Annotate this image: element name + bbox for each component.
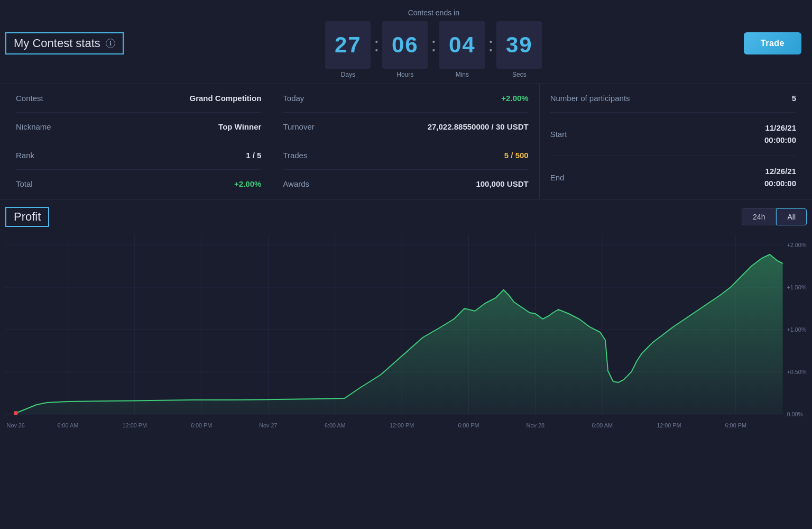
stats-row-trades: Trades 5 / 500 — [283, 141, 528, 170]
stats-row-today: Today +2.00% — [283, 84, 528, 113]
stats-row-awards: Awards 100,000 USDT — [283, 170, 528, 198]
countdown-days-label: Days — [341, 71, 355, 78]
countdown-secs: 39 Secs — [496, 21, 542, 78]
trades-label: Trades — [283, 151, 307, 160]
stats-row-turnover: Turnover 27,022.88550000 / 30 USDT — [283, 113, 528, 141]
profit-chart: +2.00% +1.50% +1.00% +0.50% 0.00% Nov 26… — [5, 234, 807, 435]
stats-row-rank: Rank 1 / 5 — [16, 141, 261, 170]
participants-label: Number of participants — [550, 94, 630, 103]
rank-label: Rank — [16, 151, 34, 160]
profit-title-box: Profit — [5, 207, 49, 227]
header: My Contest stats ℹ Contest ends in 27 Da… — [0, 0, 812, 84]
total-label: Total — [16, 179, 33, 188]
stats-section: Contest Grand Competition Nickname Top W… — [0, 84, 812, 199]
svg-text:+0.50%: +0.50% — [787, 369, 806, 375]
svg-text:+2.00%: +2.00% — [787, 242, 806, 248]
countdown: 27 Days : 06 Hours : 04 Mins : 39 Secs — [325, 21, 542, 78]
svg-text:Nov 27: Nov 27 — [259, 422, 277, 428]
today-value: +2.00% — [501, 94, 528, 103]
stats-col-2: Today +2.00% Turnover 27,022.88550000 / … — [272, 84, 539, 199]
svg-text:12:00 PM: 12:00 PM — [123, 422, 147, 428]
sep-3: : — [488, 34, 493, 56]
24h-button[interactable]: 24h — [742, 208, 776, 225]
chart-svg: +2.00% +1.50% +1.00% +0.50% 0.00% Nov 26… — [5, 234, 807, 435]
sep-1: : — [374, 34, 379, 56]
sep-2: : — [431, 34, 436, 56]
svg-text:Nov 28: Nov 28 — [527, 422, 545, 428]
nickname-label: Nickname — [16, 122, 51, 131]
contest-label: Contest — [16, 94, 43, 103]
info-icon[interactable]: ℹ — [106, 39, 115, 48]
svg-text:6:00 AM: 6:00 AM — [325, 422, 346, 428]
profit-title: Profit — [14, 210, 41, 223]
countdown-section: Contest ends in 27 Days : 06 Hours : 04 … — [325, 8, 542, 78]
page-title-box: My Contest stats ℹ — [5, 32, 124, 54]
nickname-value: Top Winner — [218, 122, 261, 131]
countdown-hours-label: Hours — [396, 71, 413, 78]
rank-value: 1 / 5 — [246, 151, 261, 160]
svg-text:6:00 PM: 6:00 PM — [725, 422, 746, 428]
page-title: My Contest stats — [14, 37, 100, 50]
svg-text:+1.00%: +1.00% — [787, 326, 806, 333]
stats-row-total: Total +2.00% — [16, 170, 261, 198]
countdown-secs-label: Secs — [512, 71, 527, 78]
svg-text:6:00 AM: 6:00 AM — [592, 422, 613, 428]
svg-text:6:00 PM: 6:00 PM — [458, 422, 479, 428]
svg-text:6:00 AM: 6:00 AM — [58, 422, 79, 428]
countdown-days: 27 Days — [325, 21, 371, 78]
countdown-hours: 06 Hours — [382, 21, 428, 78]
countdown-secs-value: 39 — [496, 21, 542, 69]
countdown-mins-label: Mins — [456, 71, 469, 78]
svg-text:12:00 PM: 12:00 PM — [657, 422, 681, 428]
svg-text:Nov 26: Nov 26 — [7, 422, 25, 428]
time-buttons: 24h All — [742, 208, 807, 225]
stats-col-1: Contest Grand Competition Nickname Top W… — [5, 84, 272, 199]
trades-value: 5 / 500 — [504, 151, 529, 160]
contest-value: Grand Competition — [190, 94, 262, 103]
turnover-label: Turnover — [283, 122, 314, 131]
total-value: +2.00% — [234, 179, 261, 188]
all-button[interactable]: All — [776, 208, 807, 225]
countdown-mins-value: 04 — [439, 21, 485, 69]
svg-text:12:00 PM: 12:00 PM — [390, 422, 414, 428]
stats-row-end: End 12/26/2100:00:00 — [550, 156, 796, 199]
participants-value: 5 — [792, 94, 796, 103]
svg-text:+1.50%: +1.50% — [787, 284, 806, 290]
countdown-days-value: 27 — [325, 21, 371, 69]
countdown-mins: 04 Mins — [439, 21, 485, 78]
profit-section: Profit 24h All — [0, 199, 812, 435]
stats-row-contest: Contest Grand Competition — [16, 84, 261, 113]
today-label: Today — [283, 94, 304, 103]
profit-header: Profit 24h All — [5, 207, 807, 227]
trade-button[interactable]: Trade — [744, 32, 801, 54]
stats-row-nickname: Nickname Top Winner — [16, 113, 261, 141]
awards-value: 100,000 USDT — [476, 179, 528, 188]
end-label: End — [550, 173, 565, 182]
svg-text:6:00 PM: 6:00 PM — [191, 422, 212, 428]
countdown-hours-value: 06 — [382, 21, 428, 69]
start-label: Start — [550, 130, 567, 139]
stats-row-participants: Number of participants 5 — [550, 84, 796, 113]
svg-text:0.00%: 0.00% — [787, 411, 803, 417]
stats-col-3: Number of participants 5 Start 11/26/210… — [540, 84, 807, 199]
stats-row-start: Start 11/26/2100:00:00 — [550, 113, 796, 156]
svg-point-22 — [14, 411, 18, 415]
end-value: 12/26/2100:00:00 — [764, 166, 796, 189]
contest-ends-label: Contest ends in — [408, 8, 459, 17]
awards-label: Awards — [283, 179, 309, 188]
start-value: 11/26/2100:00:00 — [764, 122, 796, 146]
turnover-value: 27,022.88550000 / 30 USDT — [428, 122, 529, 131]
